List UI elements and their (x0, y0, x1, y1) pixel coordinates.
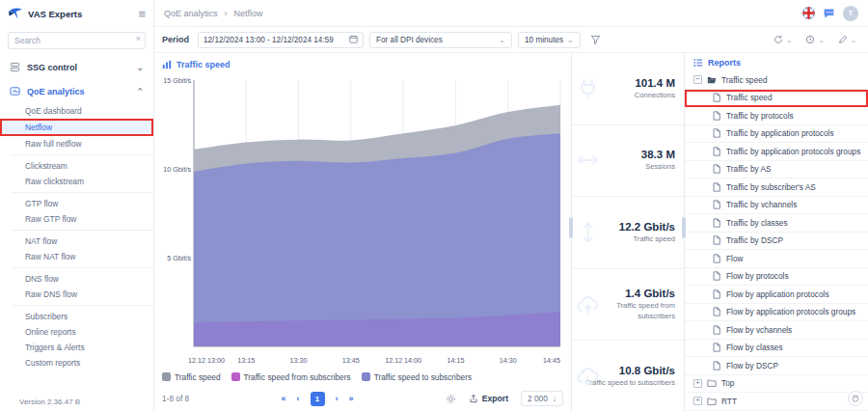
svg-text:14:45: 14:45 (543, 356, 560, 365)
legend-label: Traffic speed from subscribers (244, 372, 351, 382)
sidebar-item[interactable]: Custom reports (0, 355, 153, 371)
search-input[interactable] (8, 32, 146, 49)
sidebar-item[interactable]: GTP flow (0, 196, 153, 211)
support-chat-icon[interactable] (823, 7, 835, 19)
tree-item-label: Flow by vchannels (726, 325, 792, 335)
tree-item[interactable]: Flow by protocols (685, 268, 868, 287)
sidebar-item[interactable]: Online reports (0, 324, 153, 340)
settings-gear-icon[interactable] (446, 394, 456, 404)
legend-item[interactable]: Traffic speed (162, 372, 221, 382)
sidebar-item[interactable]: Triggers & Alerts (0, 340, 153, 355)
menu-toggle-icon[interactable]: ≡ (138, 8, 146, 20)
tree-item[interactable]: + Top (685, 375, 868, 394)
export-icon (469, 394, 478, 403)
period-range-input[interactable]: 12/12/2024 13:00 - 12/12/2024 14:59 (198, 32, 364, 48)
tree-item-label: Traffic by application protocols groups (726, 147, 860, 156)
tree-expander-icon[interactable]: + (693, 397, 702, 405)
logo-swallow-icon (8, 7, 23, 20)
folder-closed-icon (707, 397, 717, 406)
legend-label: Traffic speed to subscribers (374, 372, 472, 382)
tree-item[interactable]: Flow by application protocols (685, 286, 868, 304)
stat-label: Connections (635, 91, 675, 100)
sidebar-item-qoe-analytics[interactable]: QoE analytics ⌃ (0, 79, 153, 103)
tree-expander-icon[interactable]: + (693, 379, 702, 388)
sidebar-item[interactable]: Raw clickstream (0, 174, 153, 189)
file-icon (712, 182, 721, 192)
version-label: Version 2.36.47 B (0, 394, 153, 412)
page-size-value: 2 000 (528, 394, 548, 403)
sidebar-item[interactable]: Raw full netflow (0, 136, 153, 151)
sidebar-item-label: Raw clickstream (25, 177, 84, 186)
interval-select[interactable]: 10 minutes ⌄ (518, 32, 581, 48)
panel-splitter-handle[interactable] (682, 217, 686, 238)
sidebar-item[interactable]: QoE dashboard (0, 103, 153, 119)
dpi-devices-value: For all DPI devices (376, 36, 443, 44)
svg-text:10 Gbit/s: 10 Gbit/s (163, 165, 191, 174)
tree-item[interactable]: Flow by DSCP (685, 357, 868, 375)
refresh-dropdown-button[interactable]: ⌄ (773, 35, 792, 44)
sidebar-item[interactable]: Raw NAT flow (0, 249, 153, 264)
prev-page-button[interactable]: ‹ (297, 394, 300, 403)
breadcrumb-parent[interactable]: QoE analytics (164, 9, 218, 18)
tree-item-label: Traffic by DSCP (726, 235, 783, 245)
tree-item[interactable]: Traffic by application protocols (685, 125, 868, 144)
tree-item[interactable]: + RTT (685, 393, 868, 411)
svg-text:12.12 13:00: 12.12 13:00 (188, 356, 225, 365)
printer-icon (852, 395, 859, 402)
tree-item[interactable]: Traffic by vchannels (685, 197, 868, 215)
tree-item[interactable]: Traffic by subscriber's AS (685, 179, 868, 197)
language-flag-icon[interactable] (802, 7, 815, 19)
svg-text:15 Gbit/s: 15 Gbit/s (163, 76, 191, 85)
tree-item[interactable]: Flow by vchannels (685, 321, 868, 340)
tree-item[interactable]: Traffic by DSCP (685, 233, 868, 251)
first-page-button[interactable]: « (281, 394, 285, 403)
tree-item[interactable]: Traffic by AS (685, 161, 868, 179)
tree-expander-icon[interactable]: − (693, 75, 702, 84)
edit-dropdown-button[interactable]: ⌄ (838, 35, 856, 44)
sidebar-item[interactable]: DNS flow (0, 271, 153, 287)
filter-icon[interactable] (590, 35, 601, 45)
legend-item[interactable]: Traffic speed to subscribers (362, 372, 472, 382)
tree-item[interactable]: Traffic by application protocols groups (685, 143, 868, 161)
tree-item[interactable]: Traffic speed (685, 90, 868, 108)
stat-icon (576, 292, 600, 316)
tree-item[interactable]: Flow by application protocols groups (685, 304, 868, 322)
sidebar-item[interactable]: Clickstream (0, 158, 153, 174)
sidebar-item-ssg-control[interactable]: SSG control ⌄ (0, 55, 153, 79)
sidebar-item[interactable]: NAT flow (0, 233, 153, 249)
last-page-button[interactable]: » (349, 394, 354, 403)
sidebar-nav: SSG control ⌄ QoE analytics ⌃ QoE dashbo… (0, 55, 153, 394)
logo-text: VAS Experts (28, 9, 82, 19)
auto-update-dropdown-button[interactable]: ⌄ (805, 35, 824, 44)
svg-text:13:15: 13:15 (237, 356, 255, 365)
legend-item[interactable]: Traffic speed from subscribers (231, 372, 351, 382)
tree-item[interactable]: Flow (685, 250, 868, 268)
export-button[interactable]: Export (469, 394, 508, 403)
sidebar-item[interactable]: Raw DNS flow (0, 287, 153, 302)
page-size-select[interactable]: 2 000 ↓ (521, 391, 563, 406)
file-icon (712, 200, 721, 209)
sidebar-item[interactable]: Netflow (0, 119, 153, 136)
tree-item[interactable]: Traffic by classes (685, 214, 868, 233)
next-page-button[interactable]: › (336, 394, 339, 403)
clear-search-icon[interactable]: × (135, 33, 141, 43)
print-button[interactable] (848, 391, 863, 406)
sidebar-item[interactable]: Subscribers (0, 309, 153, 324)
svg-text:13:30: 13:30 (290, 356, 308, 365)
tree-item[interactable]: Flow by classes (685, 340, 868, 358)
current-page-button[interactable]: 1 (311, 392, 325, 406)
sidebar: VAS Experts ≡ × SSG control ⌄ QoE analyt… (0, 0, 154, 412)
panel-splitter-handle[interactable] (569, 217, 573, 238)
user-avatar[interactable]: T (843, 6, 858, 21)
dpi-devices-select[interactable]: For all DPI devices ⌄ (369, 32, 512, 48)
tree-item[interactable]: − Traffic speed (685, 71, 868, 90)
stat-label: Sessions (645, 162, 675, 172)
tree-item-label: Flow (726, 254, 744, 263)
sidebar-item[interactable]: Raw GTP flow (0, 211, 153, 227)
tree-item[interactable]: Traffic by protocols (685, 107, 868, 125)
file-icon (712, 235, 721, 245)
svg-text:12.12 14:00: 12.12 14:00 (385, 356, 421, 365)
pencil-icon (838, 35, 848, 44)
reports-header[interactable]: Reports (685, 53, 868, 71)
search-box: × (8, 30, 146, 49)
